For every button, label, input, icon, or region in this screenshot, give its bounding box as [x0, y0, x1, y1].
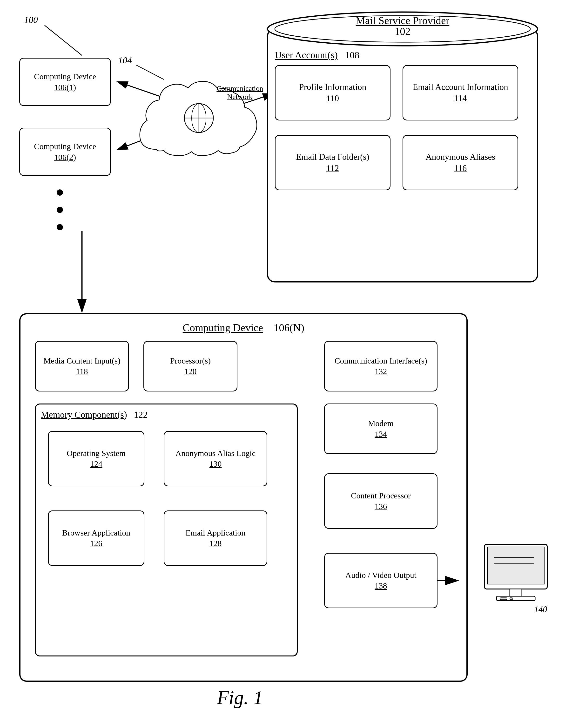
email-data-folders-box: Email Data Folder(s) 112 [275, 135, 390, 190]
email-application-box: Email Application 128 [164, 510, 267, 566]
browser-application-box: Browser Application 126 [48, 510, 144, 566]
monitor-container: 140 [482, 542, 550, 605]
continuation-dots: ●●● [56, 183, 64, 235]
svg-line-3 [45, 25, 82, 56]
computing-device-1: Computing Device 106(1) [19, 58, 111, 106]
memory-components-container: Memory Component(s) 122 Operating System… [35, 404, 298, 656]
svg-rect-26 [510, 598, 513, 599]
communication-network: Communication Network [133, 72, 265, 164]
audio-video-output-box: Audio / Video Output 138 [324, 553, 437, 608]
content-processor-box: Content Processor 136 [324, 473, 437, 529]
media-content-inputs-box: Media Content Input(s) 118 [35, 341, 129, 392]
diagram: 100 104 Computing Device 106(1) Computin… [0, 0, 572, 728]
modem-box: Modem 134 [324, 404, 437, 454]
svg-rect-20 [487, 547, 544, 584]
computing-device-n-container: Computing Device 106(N) Media Content In… [19, 313, 468, 682]
computing-device-2: Computing Device 106(2) [19, 128, 111, 176]
profile-info-box: Profile Information 110 [275, 65, 390, 120]
figure-label: Fig. 1 [217, 687, 263, 709]
processors-box: Processor(s) 120 [143, 341, 237, 392]
mail-service-provider-container: Mail Service Provider 102 User Account(s… [260, 10, 545, 289]
svg-rect-23 [510, 589, 522, 596]
computing-device-n-title: Computing Device 106(N) [20, 322, 467, 334]
comm-network-label: Communication Network [215, 84, 265, 101]
monitor-ref: 140 [534, 604, 547, 614]
comm-interfaces-box: Communication Interface(s) 132 [324, 341, 437, 392]
operating-system-box: Operating System 124 [48, 431, 144, 486]
anonymous-alias-logic-box: Anonymous Alias Logic 130 [164, 431, 267, 486]
mail-service-provider-num: 102 [260, 25, 545, 37]
anonymous-aliases-box: Anonymous Aliases 116 [403, 135, 518, 190]
user-accounts-label: User Account(s) 108 [275, 50, 359, 61]
memory-components-title: Memory Component(s) 122 [41, 409, 147, 420]
mail-service-provider-title: Mail Service Provider [260, 14, 545, 27]
ref-100: 100 [24, 14, 38, 25]
ref-104: 104 [118, 55, 132, 66]
svg-rect-25 [500, 598, 507, 599]
email-account-info-box: Email Account Information 114 [403, 65, 518, 120]
